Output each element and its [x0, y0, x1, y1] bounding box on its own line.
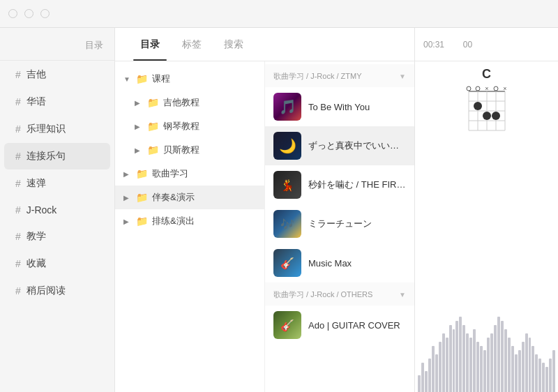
tree-item-label: 伴奏&演示 — [152, 191, 195, 204]
tree-item-rehearsal[interactable]: ▶ 📁 排练&演出 — [115, 209, 264, 233]
tree-item-accompany[interactable]: ▶ 📁 伴奏&演示 — [115, 186, 264, 209]
song-info: To Be With You — [308, 102, 406, 112]
tree-item-piano-course[interactable]: ▶ 📁 钢琴教程 — [115, 114, 264, 138]
time-label: 00:31 — [423, 40, 444, 50]
waveform-bar — [515, 354, 518, 392]
minimize-button[interactable]: − — [40, 9, 50, 18]
hash-icon: # — [15, 285, 21, 296]
waveform-bar — [538, 359, 541, 392]
waveform-bar — [476, 342, 479, 392]
arrow-icon: ▶ — [123, 170, 132, 178]
waveform-bar — [425, 371, 428, 392]
tree-item-courses[interactable]: ▼ 📁 课程 — [115, 67, 264, 91]
sidebar-item-connect-phrase[interactable]: # 连接乐句 — [4, 143, 110, 169]
waveform-bar — [497, 317, 500, 392]
waveform-area — [415, 308, 558, 392]
svg-point-17 — [492, 112, 500, 120]
sidebar-item-music-theory[interactable]: # 乐理知识 — [4, 116, 110, 142]
waveform-bar — [459, 317, 462, 392]
tree-item-bass-course[interactable]: ▶ 📁 贝斯教程 — [115, 138, 264, 162]
song-info: 秒針を噛む / THE FIRST TA... — [308, 179, 406, 191]
svg-point-16 — [483, 112, 491, 120]
song-item-zutto[interactable]: 🌙 ずっと真夜中でいいのに — [265, 126, 414, 165]
sidebar-item-guitar[interactable]: # 吉他 — [4, 61, 110, 88]
arrow-icon: ▶ — [123, 194, 132, 202]
chevron-down-icon: ▼ — [399, 73, 406, 80]
waveform-bar — [494, 325, 497, 392]
waveform-bar — [545, 367, 548, 392]
section-header-j-rock-ztmy[interactable]: 歌曲学习 / J-Rock / ZTMY ▼ — [265, 64, 414, 87]
tab-catalog[interactable]: 目录 — [129, 29, 171, 61]
right-content: C — [415, 61, 558, 392]
waveform-bar — [435, 354, 438, 392]
song-thumbnail: 💃 — [273, 171, 301, 199]
sidebar-item-teaching[interactable]: # 教学 — [4, 223, 110, 250]
sidebar: 目录 # 吉他# 华语# 乐理知识# 连接乐句# 速弹# J-Rock# 教学#… — [0, 28, 115, 392]
song-item-ado-guitar[interactable]: 🎸 Ado | GUITAR COVER — [265, 306, 414, 345]
close-button[interactable]: ✕ — [8, 9, 17, 18]
arrow-icon: ▶ — [123, 218, 132, 225]
folder-icon: 📁 — [147, 97, 159, 108]
right-panel: 00:31 00 C — [415, 28, 558, 392]
svg-text:×: × — [503, 85, 506, 92]
hash-icon: # — [15, 151, 21, 162]
arrow-icon: ▼ — [123, 75, 132, 83]
waveform-bar — [469, 338, 472, 392]
section-label: 歌曲学习 / J-Rock / ZTMY — [273, 71, 362, 82]
waveform-bar — [490, 333, 493, 392]
chord-diagram: × × — [462, 84, 512, 140]
tree-item-label: 课程 — [152, 73, 170, 85]
chevron-down-icon: ▼ — [399, 291, 406, 299]
hash-icon: # — [15, 123, 21, 135]
waveform-bar — [449, 325, 452, 392]
tree-item-guitar-course[interactable]: ▶ 📁 吉他教程 — [115, 91, 264, 114]
tab-tags[interactable]: 标签 — [171, 29, 213, 61]
waveform-bar — [432, 346, 435, 392]
waveform-bar — [453, 329, 455, 392]
folder-icon: 📁 — [136, 192, 148, 203]
sidebar-item-label: 吉他 — [27, 68, 46, 81]
folder-icon: 📁 — [147, 121, 159, 132]
song-title: Ado | GUITAR COVER — [308, 320, 406, 331]
hash-icon: # — [15, 178, 21, 189]
hash-icon: # — [15, 258, 21, 269]
waveform-bar — [483, 350, 486, 392]
song-info: Music Max — [308, 258, 406, 269]
waveform-bar — [473, 329, 476, 392]
waveform-bar — [549, 359, 552, 392]
waveform-bar — [522, 342, 525, 392]
timeline-header: 00:31 00 — [415, 28, 558, 61]
maximize-button[interactable]: □ — [24, 9, 33, 18]
song-title: To Be With You — [308, 102, 406, 112]
arrow-icon: ▶ — [135, 146, 143, 154]
sidebar-item-label: 教学 — [27, 230, 46, 243]
song-item-music-max[interactable]: 🎸 Music Max — [265, 243, 414, 282]
hash-icon: # — [15, 96, 21, 107]
waveform-bar — [535, 354, 538, 392]
sidebar-item-label: 稍后阅读 — [27, 285, 66, 297]
svg-point-11 — [476, 86, 480, 91]
sidebar-item-chinese[interactable]: # 华语 — [4, 89, 110, 115]
section-header-j-rock-others[interactable]: 歌曲学习 / J-Rock / OTHERS ▼ — [265, 282, 414, 306]
waveform-bar — [487, 338, 490, 392]
sidebar-item-j-rock[interactable]: # J-Rock — [4, 197, 110, 223]
section-label: 歌曲学习 / J-Rock / OTHERS — [273, 289, 372, 300]
tree-item-label: 贝斯教程 — [163, 144, 199, 156]
hash-icon: # — [15, 69, 21, 80]
song-item-mirror-tune[interactable]: 🎶 ミラーチューン — [265, 204, 414, 243]
song-title: 秒針を噛む / THE FIRST TA... — [308, 179, 406, 191]
tree-item-label: 吉他教程 — [163, 96, 199, 109]
tab-search[interactable]: 搜索 — [213, 29, 255, 61]
waveform-bar — [504, 329, 507, 392]
sidebar-item-label: 乐理知识 — [27, 123, 66, 135]
tree-item-song-study[interactable]: ▶ 📁 歌曲学习 — [115, 162, 264, 186]
waveform-bar — [480, 346, 483, 392]
sidebar-item-fast-play[interactable]: # 速弹 — [4, 170, 110, 197]
waveform-bar — [439, 342, 442, 392]
sidebar-item-collection[interactable]: # 收藏 — [4, 250, 110, 277]
waveform-bar — [511, 346, 514, 392]
sidebar-item-read-later[interactable]: # 稍后阅读 — [4, 278, 110, 304]
song-item-to-be-with-you[interactable]: 🎵 To Be With You — [265, 87, 414, 126]
song-item-byoshin[interactable]: 💃 秒針を噛む / THE FIRST TA... — [265, 165, 414, 204]
sidebar-header: 目录 — [0, 28, 114, 61]
